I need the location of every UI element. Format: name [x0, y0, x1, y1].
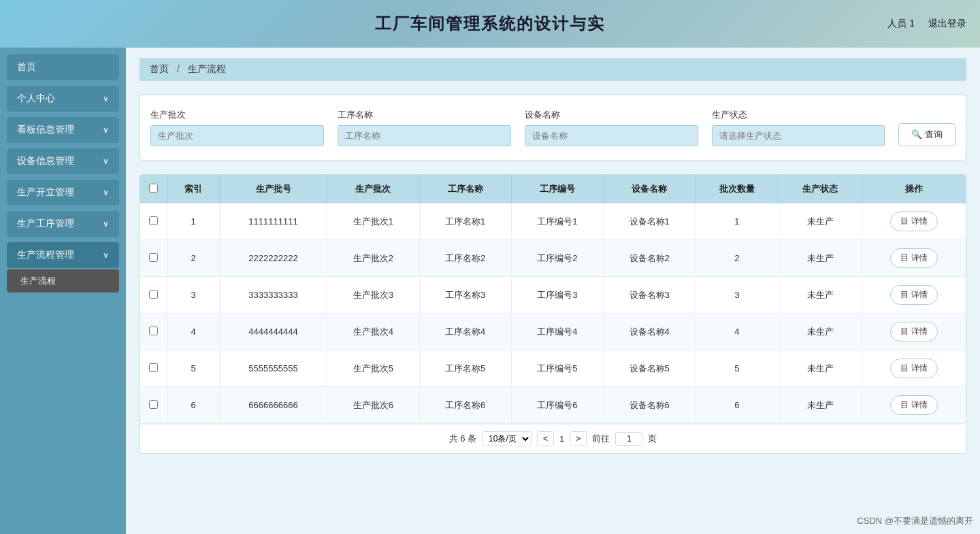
sidebar-item-production-open: 生产开立管理 ∨ [7, 180, 119, 205]
search-icon: 🔍 [911, 129, 922, 139]
pagination-prev-button[interactable]: < [537, 431, 554, 446]
table-row: 2 2222222222 生产批次2 工序名称2 工序编号2 设备名称2 2 未… [140, 240, 966, 277]
row-checkbox[interactable] [149, 400, 158, 409]
sidebar-equipment-button[interactable]: 设备信息管理 ∨ [7, 148, 119, 174]
row-quantity: 3 [696, 277, 779, 314]
row-checkbox[interactable] [149, 290, 158, 299]
sidebar-item-production-process: 生产工序管理 ∨ [7, 211, 119, 237]
table-row: 1 1111111111 生产批次1 工序名称1 工序编号1 设备名称1 1 未… [140, 203, 966, 240]
sidebar-item-production-flow-sub[interactable]: 生产流程 [7, 269, 119, 293]
table-row: 6 6666666666 生产批次6 工序名称6 工序编号6 设备名称6 6 未… [140, 387, 966, 424]
sidebar-kanban-button[interactable]: 看板信息管理 ∨ [7, 117, 119, 143]
th-batch: 生产批次 [327, 175, 419, 203]
row-process-no: 工序编号3 [511, 277, 603, 314]
row-batch: 生产批次4 [327, 314, 419, 350]
table-row: 4 4444444444 生产批次4 工序名称4 工序编号4 设备名称4 4 未… [140, 314, 966, 350]
sidebar-production-open-label: 生产开立管理 [17, 186, 74, 199]
detail-button[interactable]: 目 详情 [890, 212, 937, 231]
row-checkbox[interactable] [149, 363, 158, 372]
chevron-down-icon: ∨ [103, 219, 109, 229]
detail-button[interactable]: 目 详情 [890, 322, 937, 341]
detail-button[interactable]: 目 详情 [890, 395, 937, 415]
pagination: 共 6 条 10条/页 20条/页 50条/页 < 1 > 前往 页 [140, 424, 966, 453]
row-device: 设备名称4 [604, 314, 696, 350]
breadcrumb-home[interactable]: 首页 [150, 63, 169, 74]
row-index: 6 [167, 387, 219, 424]
select-all-checkbox[interactable] [149, 184, 158, 193]
row-device: 设备名称3 [604, 277, 696, 314]
row-process-name: 工序名称5 [419, 350, 511, 387]
search-input-status[interactable] [712, 125, 885, 146]
sidebar-production-open-button[interactable]: 生产开立管理 ∨ [7, 180, 119, 205]
search-field-status: 生产状态 [712, 109, 885, 146]
sidebar-item-personal: 个人中心 ∨ [7, 86, 119, 112]
search-button[interactable]: 🔍 查询 [898, 123, 956, 146]
row-batch: 生产批次2 [327, 240, 419, 277]
search-label-status: 生产状态 [712, 109, 885, 121]
header-right: 人员 1 退出登录 [887, 18, 966, 30]
row-action: 目 详情 [862, 314, 966, 350]
row-batch: 生产批次5 [327, 350, 419, 387]
row-batch: 生产批次1 [327, 203, 419, 240]
row-quantity: 4 [696, 314, 779, 350]
th-device: 设备名称 [604, 175, 696, 203]
search-input-device-name[interactable] [525, 125, 698, 146]
row-action: 目 详情 [862, 277, 966, 314]
row-status: 未生产 [779, 240, 862, 277]
search-label-process-name: 工序名称 [338, 109, 511, 121]
row-status: 未生产 [779, 387, 862, 424]
sidebar-production-flow-button[interactable]: 生产流程管理 ∨ [7, 242, 119, 268]
table-row: 3 3333333333 生产批次3 工序名称3 工序编号3 设备名称3 3 未… [140, 277, 966, 314]
row-quantity: 2 [696, 240, 779, 277]
search-input-batch[interactable] [150, 125, 324, 146]
sidebar-item-home: 首页 [7, 54, 119, 80]
row-action: 目 详情 [862, 387, 966, 424]
row-batch-no: 5555555555 [219, 350, 327, 387]
search-field-process-name: 工序名称 [338, 109, 511, 146]
search-label-batch: 生产批次 [150, 109, 324, 121]
search-input-process-name[interactable] [338, 125, 511, 146]
row-process-name: 工序名称4 [419, 314, 511, 350]
sidebar-item-production-flow: 生产流程管理 ∨ 生产流程 [7, 242, 119, 293]
sidebar-kanban-label: 看板信息管理 [17, 124, 74, 136]
row-index: 1 [167, 203, 219, 240]
sidebar-personal-button[interactable]: 个人中心 ∨ [7, 86, 119, 112]
sidebar-home-button[interactable]: 首页 [7, 54, 119, 80]
row-checkbox[interactable] [149, 216, 158, 225]
th-batch-no: 生产批号 [219, 175, 327, 203]
pagination-page-unit: 页 [648, 433, 657, 445]
row-status: 未生产 [779, 314, 862, 350]
row-quantity: 1 [696, 203, 779, 240]
pagination-next-button[interactable]: > [570, 431, 587, 446]
sidebar-production-flow-label: 生产流程管理 [17, 249, 74, 261]
row-checkbox[interactable] [149, 327, 158, 335]
header: 工厂车间管理系统的设计与实 人员 1 退出登录 [0, 0, 980, 48]
row-process-no: 工序编号4 [511, 314, 603, 350]
row-status: 未生产 [779, 350, 862, 387]
page-size-select[interactable]: 10条/页 20条/页 50条/页 [482, 431, 532, 446]
logout-button[interactable]: 退出登录 [928, 18, 966, 30]
table-header-row: 索引 生产批号 生产批次 工序名称 工序编号 设备名称 批次数量 生产状态 操作 [140, 175, 966, 203]
sidebar-production-flow-sub: 生产流程 [7, 269, 119, 293]
search-button-label: 查询 [925, 129, 943, 139]
row-device: 设备名称6 [604, 387, 696, 424]
search-label-device-name: 设备名称 [525, 109, 698, 121]
row-process-name: 工序名称6 [419, 387, 511, 424]
sidebar-production-process-button[interactable]: 生产工序管理 ∨ [7, 211, 119, 237]
breadcrumb-separator: / [177, 63, 180, 74]
row-batch-no: 4444444444 [219, 314, 327, 350]
row-batch-no: 1111111111 [219, 203, 327, 240]
row-checkbox[interactable] [149, 253, 158, 262]
detail-button[interactable]: 目 详情 [890, 358, 937, 378]
sidebar-equipment-label: 设备信息管理 [17, 155, 74, 167]
row-checkbox-cell [140, 240, 167, 277]
search-bar: 生产批次 工序名称 设备名称 生产状态 🔍 查询 [140, 95, 966, 161]
row-action: 目 详情 [862, 240, 966, 277]
pagination-goto-input[interactable] [615, 432, 642, 446]
detail-button[interactable]: 目 详情 [890, 285, 937, 305]
user-info: 人员 1 [887, 18, 915, 30]
row-process-no: 工序编号1 [511, 203, 603, 240]
detail-button[interactable]: 目 详情 [890, 248, 937, 268]
row-quantity: 5 [696, 350, 779, 387]
pagination-page-number: 1 [559, 434, 564, 444]
